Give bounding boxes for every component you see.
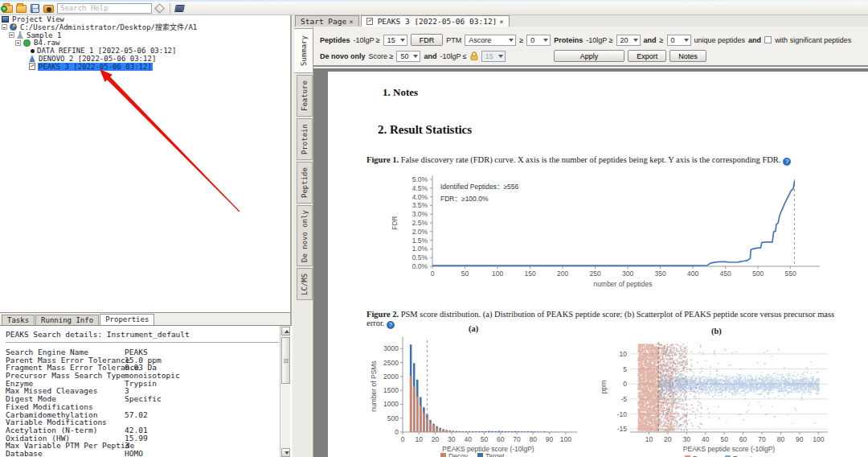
svg-text:2000: 2000	[383, 373, 399, 381]
svg-text:10: 10	[620, 350, 628, 358]
figure1-caption: Figure 1. False discovery rate (FDR) cur…	[366, 155, 817, 166]
property-row: Fixed Modifications	[6, 402, 279, 410]
section-notes-heading: 1. Notes	[383, 86, 418, 99]
help-icon[interactable]	[387, 321, 395, 329]
tab-running-info[interactable]: Running Info	[35, 315, 99, 325]
project-view-icon	[2, 16, 9, 23]
toolbar-separator	[170, 3, 170, 14]
properties-content: PEAKS Search details: Instrument_default…	[0, 325, 292, 457]
collapse-icon[interactable]	[2, 24, 7, 30]
svg-text:PEAKS peptide score (-10lgP): PEAKS peptide score (-10lgP)	[683, 445, 776, 453]
lock-icon[interactable]	[470, 51, 478, 60]
significant-peptides-checkbox[interactable]	[764, 36, 772, 43]
property-row: Max Missed Cleavages3	[6, 386, 279, 394]
denovo-lgp-select-disabled[interactable]: 15	[481, 51, 506, 62]
denovo-score-select[interactable]: 50	[396, 51, 420, 62]
tab-de-novo-only[interactable]: De novo only	[297, 205, 313, 266]
tree-item-denovo[interactable]: DENOVO 2 [2022-05-06 03:12]	[0, 55, 290, 63]
tab-peaks-result[interactable]: PEAKS 3 [2022-05-06 03:12]	[361, 15, 510, 27]
tab-peptide[interactable]: Peptide	[297, 162, 313, 204]
new-project-icon[interactable]	[2, 3, 14, 14]
tree-item-data-refine[interactable]: DATA REFINE 1 [2022-05-06 03:12]	[0, 47, 290, 55]
fdr-button[interactable]: FDR	[411, 34, 444, 46]
scroll-down-icon[interactable]	[281, 448, 290, 457]
svg-text:250: 250	[589, 270, 600, 278]
search-go-icon[interactable]	[154, 3, 166, 14]
property-row: Oxidation (HW)15.99	[6, 434, 279, 442]
tree-item-peaks[interactable]: PEAKS 3 [2022-05-06 03:12]	[0, 63, 290, 71]
close-icon[interactable]	[499, 18, 503, 26]
report-viewport: 1. Notes 2. Result Statistics Figure 1. …	[313, 68, 868, 457]
property-row: Variable Modifications	[6, 418, 279, 426]
report-page: 1. Notes 2. Result Statistics Figure 1. …	[328, 72, 868, 457]
ptm-score-select[interactable]: 0	[526, 35, 551, 46]
snapshot-icon[interactable]	[43, 3, 55, 14]
tab-properties[interactable]: Properties	[100, 314, 154, 325]
tab-summary[interactable]: Summary	[294, 28, 313, 73]
tree-item-raw-file[interactable]: B4.raw	[0, 39, 290, 47]
svg-text:number of PSMs: number of PSMs	[370, 360, 378, 411]
mass-error-scatterplot: -15-10-50510102030405060708090100PEAKS p…	[598, 337, 836, 457]
unique-peptides-label: unique peptides	[694, 36, 746, 44]
svg-text:150: 150	[524, 270, 535, 278]
svg-text:10: 10	[416, 435, 424, 443]
svg-text:Identified Peptides：≥556: Identified Peptides：≥556	[440, 183, 519, 191]
score-operator: Score ≥	[369, 52, 394, 60]
svg-text:0.5%: 0.5%	[412, 253, 428, 261]
export-button[interactable]: Export	[628, 50, 666, 62]
peptides-score-select[interactable]: 15	[383, 35, 407, 46]
raw-file-icon	[23, 39, 31, 47]
svg-text:40: 40	[464, 435, 472, 443]
tab-lcms[interactable]: LC/MS	[297, 268, 313, 300]
svg-text:350: 350	[654, 270, 665, 278]
properties-scrollbar[interactable]	[280, 326, 290, 457]
tab-start-page[interactable]: Start Page	[295, 15, 359, 27]
svg-text:number of peptides: number of peptides	[594, 280, 653, 288]
result-section-tabs: Summary Feature Protein Peptide De novo …	[293, 27, 313, 457]
help-icon[interactable]	[783, 158, 791, 166]
svg-text:30: 30	[683, 435, 691, 443]
scroll-thumb[interactable]	[281, 337, 290, 384]
svg-text:3000: 3000	[383, 344, 399, 352]
collapse-icon[interactable]	[15, 40, 21, 46]
svg-text:60: 60	[739, 435, 747, 443]
svg-text:0.0%: 0.0%	[412, 262, 428, 270]
save-icon[interactable]	[30, 3, 41, 14]
svg-text:90: 90	[796, 435, 804, 443]
svg-text:400: 400	[687, 270, 698, 278]
svg-text:4.5%: 4.5%	[412, 184, 428, 192]
svg-text:3.5%: 3.5%	[412, 201, 428, 209]
apply-button[interactable]: Apply	[554, 50, 625, 62]
property-row: Search Engine NamePEAKS	[6, 348, 279, 356]
figure2-caption: Figure 2. PSM score distribution. (a) Di…	[366, 310, 849, 329]
svg-text:3.0%: 3.0%	[412, 210, 428, 218]
svg-text:70: 70	[758, 435, 766, 443]
tree-item-project[interactable]: C:/Users/Administrator/Desktop/搜索文件/A1	[0, 23, 290, 31]
unique-operator: ≥	[660, 36, 664, 44]
notes-button[interactable]: Notes	[669, 50, 706, 62]
unique-peptides-select[interactable]: 0	[667, 35, 691, 46]
proteins-score-select[interactable]: 20	[616, 35, 641, 46]
close-icon[interactable]	[349, 18, 353, 26]
label-tag-icon[interactable]	[174, 3, 186, 14]
scroll-up-icon[interactable]	[281, 327, 290, 336]
section-results-heading: 2. Result Statistics	[378, 123, 472, 137]
collapse-icon[interactable]	[9, 32, 14, 38]
lgp-operator: -10lgP ≤	[440, 52, 466, 60]
ptm-method-select[interactable]: Ascore	[465, 35, 516, 46]
properties-divider	[6, 342, 279, 343]
svg-text:0: 0	[401, 435, 405, 443]
bottom-info-panel: Tasks Running Info Properties PEAKS Sear…	[0, 312, 292, 457]
tab-protein[interactable]: Protein	[297, 118, 313, 160]
chevron-down-icon	[400, 39, 405, 42]
tab-feature[interactable]: Feature	[297, 75, 313, 117]
property-row: Max Variable PTM Per Peptide3	[6, 441, 279, 449]
property-row: Fragment Mass Error Tolerance0.03 Da	[6, 363, 279, 371]
search-help-input[interactable]	[57, 3, 152, 14]
svg-text:Decoy: Decoy	[448, 452, 469, 457]
open-folder-icon[interactable]	[16, 3, 27, 14]
svg-text:80: 80	[777, 435, 785, 443]
tab-tasks[interactable]: Tasks	[2, 315, 35, 325]
main-toolbar	[0, 2, 868, 15]
svg-text:90: 90	[546, 435, 554, 443]
